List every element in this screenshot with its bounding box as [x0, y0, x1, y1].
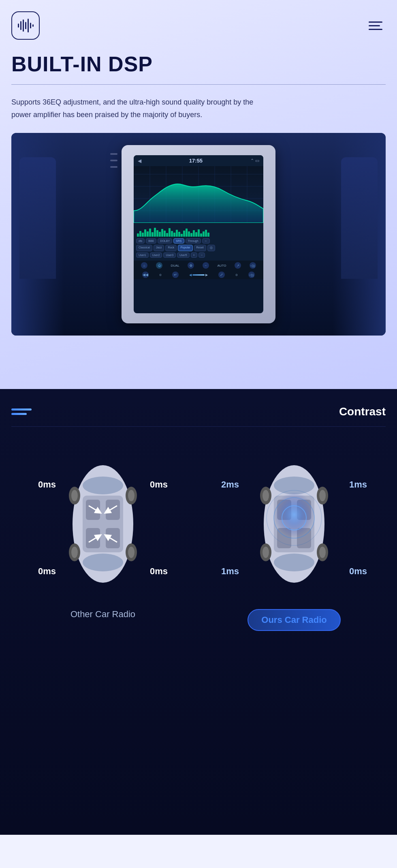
remove-preset-btn[interactable]: − — [198, 252, 205, 258]
header — [11, 0, 386, 48]
page-title: BUILT-IN DSP — [11, 52, 386, 76]
eq-area — [134, 166, 263, 223]
user-preset-row: User1 User2 User3 User5 + − — [136, 252, 261, 258]
menu-button[interactable] — [365, 18, 386, 33]
mode-icon[interactable]: ⤢ — [218, 272, 225, 278]
volume-icon[interactable]: ◁)) — [250, 262, 256, 269]
dual-label: DUAL — [171, 264, 179, 267]
other-car-visual: 0ms 0ms 0ms 0ms — [42, 447, 164, 601]
svg-point-50 — [266, 485, 322, 550]
svg-point-20 — [83, 554, 123, 571]
svg-point-29 — [128, 490, 134, 501]
ours-timing-bl: 1ms — [221, 566, 239, 577]
other-car-svg — [62, 459, 143, 589]
svg-point-47 — [263, 547, 269, 558]
car-interior: ◀ 17:55 ⌃ ▭ — [11, 133, 386, 336]
add-preset-btn[interactable]: + — [191, 252, 197, 258]
svg-rect-5 — [30, 23, 31, 28]
classical-btn[interactable]: Classical — [136, 245, 152, 251]
preset-row: Classical Jazz Rock Popular Reset ⓪ — [136, 245, 261, 251]
dts-btn[interactable]: dts — [136, 238, 145, 244]
svg-point-49 — [319, 547, 326, 558]
svg-point-33 — [128, 547, 134, 558]
contrast-lines-icon — [11, 408, 32, 415]
screen-mount: ◀ 17:55 ⌃ ▭ — [122, 145, 275, 323]
eq-curve-svg — [134, 166, 263, 223]
title-divider — [11, 84, 386, 85]
contrast-line-2 — [11, 413, 27, 415]
other-timing-tl: 0ms — [38, 479, 56, 490]
screen-controls: ⌃ ▭ — [250, 158, 259, 163]
description: Supports 36EQ adjustment, and the ultra-… — [11, 96, 271, 121]
next-icon[interactable]: ↵ — [172, 272, 179, 278]
svg-rect-24 — [86, 528, 100, 548]
contrast-divider — [11, 426, 386, 427]
extra-btn2[interactable]: ⓪ — [207, 245, 215, 251]
top-section: BUILT-IN DSP Supports 36EQ adjustment, a… — [0, 0, 397, 389]
ac-icon[interactable]: ~ — [203, 262, 209, 269]
extra-btn1[interactable]: ↔ — [202, 238, 210, 244]
other-car-label: Other Car Radio — [70, 609, 135, 620]
user2-btn[interactable]: User2 — [150, 252, 162, 258]
svg-point-19 — [83, 477, 123, 494]
screen-container: ◀ 17:55 ⌃ ▭ — [11, 133, 386, 352]
svg-point-36 — [274, 554, 314, 571]
other-car-item: 0ms 0ms 0ms 0ms — [11, 447, 194, 620]
dsp-screen: ◀ 17:55 ⌃ ▭ — [134, 155, 263, 313]
svg-rect-22 — [86, 500, 100, 520]
bbe-btn[interactable]: BBE — [146, 238, 156, 244]
svg-rect-1 — [20, 21, 21, 30]
bottom-bar: ⌂ ⏻ DUAL ✿ ~ AUTO ↗ ◁)) — [134, 261, 263, 270]
rock-btn[interactable]: Rock — [165, 245, 177, 251]
prev-icon[interactable]: ◀◀ — [142, 272, 149, 278]
svg-point-45 — [319, 490, 326, 501]
val2: 0 — [236, 273, 237, 277]
user5-btn[interactable]: User5 — [177, 252, 190, 258]
through-btn[interactable]: Through — [186, 238, 201, 244]
ours-car-svg — [254, 459, 335, 589]
other-timing-br: 0ms — [150, 566, 168, 577]
back-button: ◀ — [138, 158, 141, 164]
power-icon[interactable]: ⏻ — [156, 262, 162, 269]
logo — [11, 11, 40, 40]
svg-rect-4 — [28, 19, 29, 32]
ours-timing-tl: 2ms — [221, 479, 239, 490]
svg-point-27 — [71, 490, 78, 501]
contrast-title: Contrast — [339, 405, 386, 418]
dsp-controls: dts BBE DOLBY SRS Through ↔ Classical Ja… — [134, 237, 263, 261]
popular-btn[interactable]: Popular — [178, 245, 192, 251]
vol2-icon[interactable]: ◁)) — [248, 272, 255, 278]
svg-rect-6 — [32, 24, 34, 27]
fan-icon[interactable]: ✿ — [188, 262, 194, 269]
contrast-section: Contrast 0ms 0ms 0ms 0ms — [0, 389, 397, 835]
car-comparison: 0ms 0ms 0ms 0ms — [11, 447, 386, 631]
dolby-btn[interactable]: DOLBY — [158, 238, 172, 244]
home-icon[interactable]: ⌂ — [141, 262, 147, 269]
effect-row-1: dts BBE DOLBY SRS Through ↔ — [136, 238, 261, 244]
svg-rect-23 — [106, 500, 120, 520]
ours-timing-tr: 1ms — [349, 479, 367, 490]
user1-btn[interactable]: User1 — [136, 252, 149, 258]
auto-label: AUTO — [217, 264, 226, 267]
slider-container: ◀ ▶ — [189, 273, 208, 277]
other-timing-bl: 0ms — [38, 566, 56, 577]
screen-sidebar — [110, 153, 117, 168]
svg-rect-25 — [106, 528, 120, 548]
reset-btn[interactable]: Reset — [194, 245, 206, 251]
other-timing-tr: 0ms — [150, 479, 168, 490]
svg-rect-2 — [23, 19, 24, 32]
svg-point-31 — [71, 547, 78, 558]
svg-rect-3 — [25, 22, 26, 29]
ours-car-visual: 2ms 1ms 1ms 0ms — [233, 447, 355, 601]
ours-timing-br: 0ms — [349, 566, 367, 577]
eq-bars-row — [134, 223, 263, 237]
srs-btn[interactable]: SRS — [173, 238, 184, 244]
user3-btn[interactable]: User3 — [163, 252, 176, 258]
val1: 0 — [160, 273, 161, 277]
jazz-btn[interactable]: Jazz — [154, 245, 164, 251]
nav-icon[interactable]: ↗ — [235, 262, 241, 269]
contrast-header: Contrast — [11, 405, 386, 418]
second-bottom-bar: ◀◀ 0 ↵ ◀ ▶ ⤢ 0 ◁)) — [134, 270, 263, 279]
ours-car-label[interactable]: Ours Car Radio — [248, 609, 340, 631]
contrast-line-1 — [11, 408, 32, 410]
